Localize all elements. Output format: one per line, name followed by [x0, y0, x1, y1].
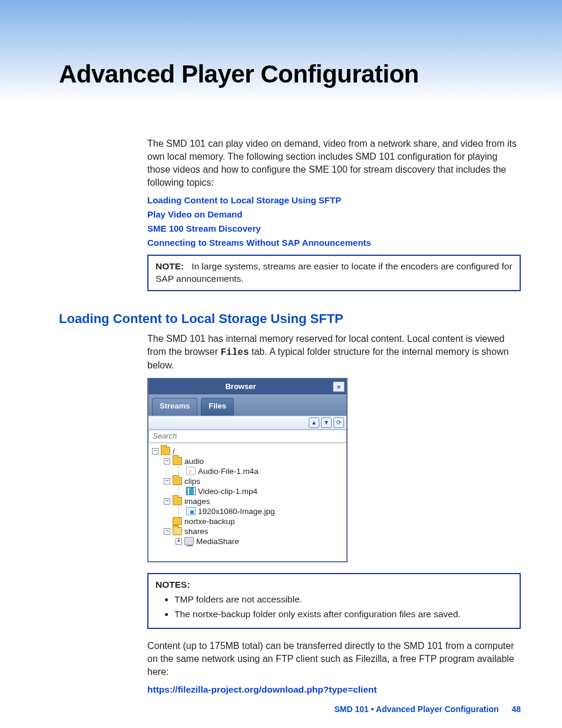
note-text: In large systems, streams are easier to … — [156, 261, 513, 284]
page-title: Advanced Player Configuration — [59, 59, 521, 90]
folder-label: shares — [184, 527, 209, 536]
search-input[interactable] — [148, 430, 346, 443]
content-transfer-paragraph: Content (up to 175MB total) can be trans… — [147, 640, 521, 678]
file-tree[interactable]: − / − audio — [148, 443, 346, 561]
tree-folder-shares[interactable]: − shares — [164, 527, 343, 536]
topic-links: Loading Content to Local Storage Using S… — [147, 195, 521, 248]
file-label: 1920x1080-Image.jpg — [198, 507, 275, 516]
browser-panel: Browser » Streams Files ▲ ▼ ⟳ − — [147, 378, 348, 562]
tree-folder-clips[interactable]: − clips — [164, 477, 343, 486]
footer-page: 48 — [511, 704, 521, 714]
folder-label: audio — [184, 457, 204, 466]
toggle-icon[interactable]: + — [176, 538, 182, 545]
folder-icon — [173, 527, 182, 535]
tree-folder-nortxe[interactable]: . nortxe-backup — [164, 517, 343, 526]
toggle-icon[interactable]: − — [164, 478, 170, 485]
link-sftp[interactable]: Loading Content to Local Storage Using S… — [147, 195, 521, 205]
browser-title: Browser — [148, 382, 333, 391]
expand-all-button[interactable]: ▼ — [321, 417, 332, 428]
tab-streams[interactable]: Streams — [152, 398, 197, 416]
folder-label: images — [184, 497, 210, 506]
tree-file-image[interactable]: 1920x1080-Image.jpg — [176, 507, 343, 516]
share-label: MediaShare — [196, 537, 239, 546]
folder-label: nortxe-backup — [184, 517, 235, 526]
note-label: NOTE: — [156, 261, 184, 271]
page-footer: SMD 101 • Advanced Player Configuration … — [335, 704, 521, 714]
collapse-button[interactable]: » — [333, 381, 345, 392]
tree-share-mediashare[interactable]: + MediaShare — [176, 537, 343, 546]
file-label: Video-clip-1.mp4 — [198, 487, 257, 496]
toggle-icon[interactable]: − — [164, 528, 170, 535]
video-file-icon — [186, 487, 196, 495]
tab-files[interactable]: Files — [201, 398, 234, 416]
toggle-icon[interactable]: − — [152, 448, 158, 454]
link-no-sap[interactable]: Connecting to Streams Without SAP Announ… — [147, 238, 521, 248]
tree-file-video[interactable]: Video-clip-1.mp4 — [176, 487, 343, 496]
toggle-spacer: . — [164, 518, 170, 525]
tree-file-audio[interactable]: Audio-File-1.m4a — [176, 467, 343, 476]
tab-strip: Streams Files — [148, 394, 346, 416]
file-label: Audio-File-1.m4a — [198, 467, 259, 476]
browser-titlebar: Browser » — [148, 379, 346, 394]
audio-file-icon — [186, 467, 196, 475]
folder-icon — [173, 477, 182, 485]
folder-icon — [173, 457, 182, 465]
files-tab-ref: Files — [220, 347, 249, 358]
link-discovery[interactable]: SME 100 Stream Discovery — [147, 223, 521, 233]
filezilla-link[interactable]: https://filezilla-project.org/download.p… — [147, 684, 377, 694]
image-file-icon — [186, 507, 196, 515]
tree-folder-images[interactable]: − images — [164, 497, 343, 506]
root-label: / — [173, 447, 175, 456]
notes-item: The nortxe-backup folder only exists aft… — [174, 608, 513, 621]
folder-icon — [173, 497, 182, 505]
collapse-all-button[interactable]: ▲ — [309, 417, 319, 428]
footer-doc: SMD 101 • Advanced Player Configuration — [335, 704, 499, 714]
tree-root[interactable]: − / — [152, 447, 343, 456]
tree-folder-audio[interactable]: − audio — [164, 457, 343, 466]
link-vod[interactable]: Play Video on Demand — [147, 209, 521, 219]
browser-toolbar: ▲ ▼ ⟳ — [148, 416, 346, 430]
section-heading: Loading Content to Local Storage Using S… — [59, 311, 521, 327]
search-row — [148, 430, 346, 443]
intro-paragraph: The SMD 101 can play video on demand, vi… — [147, 137, 521, 189]
toggle-icon[interactable]: − — [164, 498, 170, 505]
folder-icon — [161, 447, 170, 455]
notes-item: TMP folders are not accessible. — [174, 594, 513, 606]
section-paragraph: The SMD 101 has internal memory reserved… — [147, 332, 521, 372]
folder-icon — [173, 517, 182, 525]
toggle-icon[interactable]: − — [164, 458, 170, 465]
refresh-button[interactable]: ⟳ — [333, 417, 344, 428]
note-box: NOTE: In large systems, streams are easi… — [147, 255, 521, 291]
notes-box: NOTES: TMP folders are not accessible. T… — [147, 573, 521, 629]
notes-label: NOTES: — [156, 579, 513, 591]
computer-icon — [184, 537, 194, 545]
folder-label: clips — [184, 477, 200, 486]
